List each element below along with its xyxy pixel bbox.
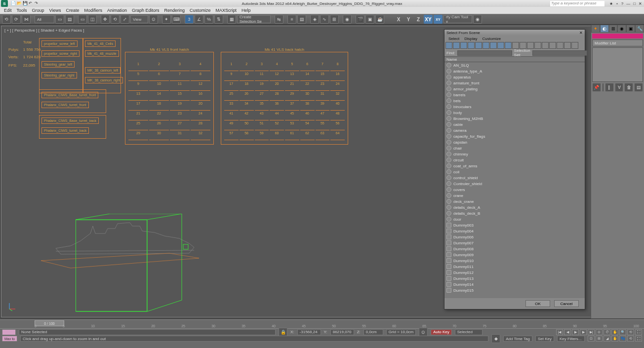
dialog-list[interactable]: AN_SLQantenna_type_Aapparatusarmature_fr… xyxy=(444,62,585,298)
vls-cell[interactable]: 19 xyxy=(257,82,267,90)
vls-cell[interactable]: 21 xyxy=(130,112,146,119)
vls-cell[interactable]: 8 xyxy=(332,62,343,70)
percent-snap-icon[interactable]: % xyxy=(204,15,213,24)
display-invert-icon[interactable] xyxy=(534,42,541,49)
scene-item[interactable]: Dummy003 xyxy=(444,222,585,228)
vls-cell[interactable]: 20 xyxy=(193,102,208,110)
selection-filter[interactable]: All xyxy=(35,15,54,23)
vls-cell[interactable]: 20 xyxy=(272,82,282,90)
nav-walk-icon[interactable]: 👣 xyxy=(619,336,626,342)
vls-cell[interactable]: 40 xyxy=(332,102,343,110)
scene-item[interactable]: details_deck_A xyxy=(444,204,585,210)
tab-hierarchy-icon[interactable]: ⊞ xyxy=(609,25,618,33)
vls-cell[interactable]: 7 xyxy=(172,72,188,80)
app-icon[interactable]: S xyxy=(1,0,8,7)
pivot-icon[interactable]: ⊙ xyxy=(149,15,158,24)
vls-cell[interactable]: 11 xyxy=(257,72,267,80)
remove-modifier-icon[interactable]: 🗑 xyxy=(624,83,633,92)
vls-cell[interactable]: 7 xyxy=(318,62,328,70)
vls-cell[interactable]: 10 xyxy=(151,82,167,90)
vls-cell[interactable]: 6 xyxy=(302,62,313,70)
vls-cell[interactable]: 18 xyxy=(242,82,252,90)
scene-item[interactable]: details_deck_B xyxy=(444,210,585,216)
bone[interactable]: propellor_screw_right xyxy=(41,50,80,57)
vls-cell[interactable]: 14 xyxy=(302,72,313,80)
goto-end-icon[interactable]: ▶| xyxy=(588,329,595,335)
vls-cell[interactable]: 22 xyxy=(151,112,167,119)
vls-cell[interactable]: 8 xyxy=(193,72,208,80)
modifier-stack[interactable] xyxy=(592,47,643,82)
nav-max-icon[interactable]: ⛶ xyxy=(635,329,642,335)
manipulate-icon[interactable]: ✦ xyxy=(162,15,171,24)
axis-y-btn[interactable]: Y xyxy=(404,15,413,24)
vls-cell[interactable]: 6 xyxy=(151,72,167,80)
vls-cell[interactable]: 53 xyxy=(287,121,297,129)
tab-modify-icon[interactable]: ◐ xyxy=(600,25,609,33)
dlg-menu-display[interactable]: Display xyxy=(464,37,477,41)
menu-tools[interactable]: Tools xyxy=(17,8,27,13)
rotate-icon[interactable]: ⟲ xyxy=(111,15,120,24)
bind-icon[interactable]: ⋈ xyxy=(22,15,31,24)
select-icon[interactable]: ▭ xyxy=(55,15,64,24)
vls-cell[interactable]: 4 xyxy=(193,62,208,70)
x-value[interactable]: -31568,24 xyxy=(297,329,321,335)
viewport-label[interactable]: [ + ] [ Perspective ] [ Shaded + Edged F… xyxy=(4,28,84,33)
autokey-toggle[interactable]: Auto Key xyxy=(431,329,451,335)
select-dependents-icon[interactable] xyxy=(557,42,564,49)
vls-cell[interactable]: 29 xyxy=(287,92,297,100)
bone[interactable]: MK_38_cannon_left xyxy=(85,67,121,74)
vls-cell[interactable]: 41 xyxy=(226,112,237,119)
scene-item[interactable]: circuit xyxy=(444,157,585,163)
tab-create-icon[interactable]: ✦ xyxy=(591,25,600,33)
menu-group[interactable]: Group xyxy=(32,8,44,13)
vls-cell[interactable]: 2 xyxy=(151,62,167,70)
vls-cell[interactable]: 26 xyxy=(151,121,167,129)
vls-cell[interactable]: 35 xyxy=(257,102,267,110)
unlink-icon[interactable]: ⟳ xyxy=(12,15,21,24)
keyfilters-btn[interactable]: Key Filters... xyxy=(557,336,585,342)
maximize-btn[interactable]: □ xyxy=(633,1,636,6)
scene-item[interactable]: cable xyxy=(444,121,585,127)
vls-cell[interactable]: 61 xyxy=(287,131,297,139)
vls-cell[interactable]: 28 xyxy=(193,121,208,129)
scene-item[interactable]: deck_crane xyxy=(444,198,585,204)
mirror-icon[interactable]: ⇋ xyxy=(275,15,283,24)
key-mode-icon[interactable]: ⊙ xyxy=(596,329,603,335)
vls-cell[interactable]: 51 xyxy=(257,121,267,129)
bone[interactable]: Phalanx_CIWS_turret_back xyxy=(41,127,89,134)
play-icon[interactable]: ▶ xyxy=(572,329,579,335)
nav-min-max-icon[interactable]: ⛶ xyxy=(635,336,642,342)
scene-item[interactable]: binoculars xyxy=(444,104,585,110)
vls-cell[interactable]: 25 xyxy=(226,92,237,100)
help-icon[interactable]: ? xyxy=(621,1,623,6)
vls-cell[interactable]: 23 xyxy=(318,82,328,90)
nav-pan2-icon[interactable]: ✋ xyxy=(611,336,618,342)
scene-item[interactable]: chimney xyxy=(444,151,585,157)
vls-cell[interactable]: 55 xyxy=(318,121,328,129)
menu-help[interactable]: Help xyxy=(242,8,251,13)
scene-item[interactable]: coat_of_arms xyxy=(444,163,585,169)
link-icon[interactable]: ⟲ xyxy=(2,15,11,24)
vls-cell[interactable]: 23 xyxy=(172,112,188,119)
vls-cell[interactable]: 64 xyxy=(332,131,343,139)
filter-shapes-icon[interactable] xyxy=(453,42,460,49)
scene-item[interactable]: Dummy014 xyxy=(444,281,585,287)
tab-motion-icon[interactable]: ◉ xyxy=(617,25,626,33)
display-all-icon[interactable] xyxy=(520,42,526,49)
minimize-btn[interactable]: — xyxy=(626,1,630,6)
filter-groups-icon[interactable] xyxy=(490,42,497,49)
undo-icon[interactable]: ↶ xyxy=(29,1,34,6)
dlg-menu-select[interactable]: Select xyxy=(448,37,459,41)
ref-coord-dd[interactable]: View xyxy=(130,15,148,23)
scene-item[interactable]: bels xyxy=(444,98,585,104)
vls-cell[interactable]: 63 xyxy=(318,131,328,139)
vls-cell[interactable]: 2 xyxy=(242,62,252,70)
menu-maxscript[interactable]: MAXScript xyxy=(216,8,237,13)
vls-cell[interactable]: 44 xyxy=(272,112,282,119)
edit-named-sel-icon[interactable]: ▦ xyxy=(227,15,236,24)
nav-zoom-ext-icon[interactable]: ⊡ xyxy=(588,336,595,342)
selset-input[interactable] xyxy=(532,50,587,56)
help-search[interactable]: Type a keyword or phrase xyxy=(550,1,604,6)
nav-fov-icon[interactable]: ◢ xyxy=(604,336,610,342)
bone[interactable]: Phalanx_CIWS_Base_turret_front xyxy=(41,92,98,98)
